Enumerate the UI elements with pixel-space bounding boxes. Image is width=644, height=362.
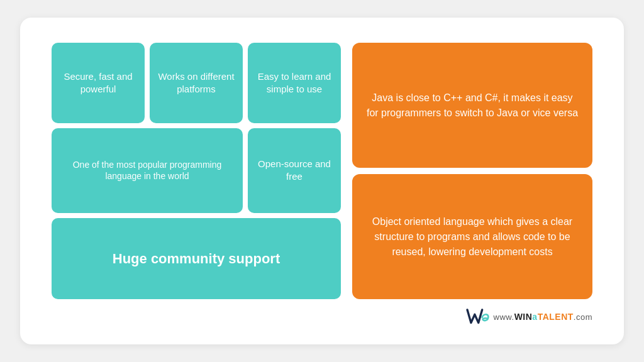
- logo-area: www.WINaTALENT.com: [466, 308, 592, 326]
- orange-cell-top: Java is close to C++ and C#, it makes it…: [352, 43, 592, 168]
- content-area: Secure, fast and powerful Works on diffe…: [52, 43, 592, 299]
- cell-secure: Secure, fast and powerful: [52, 43, 145, 123]
- orange-cell-bottom: Object oriented language which gives a c…: [352, 174, 592, 299]
- logo-url: www.WINaTALENT.com: [494, 312, 592, 322]
- cell-community: Huge community support: [52, 218, 341, 299]
- footer: www.WINaTALENT.com: [52, 299, 592, 326]
- left-grid: Secure, fast and powerful Works on diffe…: [52, 43, 341, 299]
- cell-easy: Easy to learn and simple to use: [248, 43, 341, 123]
- logo-icon: [466, 308, 490, 326]
- main-card: Secure, fast and powerful Works on diffe…: [20, 18, 624, 344]
- cell-popular: One of the most popular programming lang…: [52, 128, 243, 213]
- cell-opensource: Open-source and free: [248, 128, 341, 213]
- right-grid: Java is close to C++ and C#, it makes it…: [352, 43, 592, 299]
- logo-text: www.WINaTALENT.com: [494, 312, 592, 322]
- cell-works: Works on different platforms: [150, 43, 243, 123]
